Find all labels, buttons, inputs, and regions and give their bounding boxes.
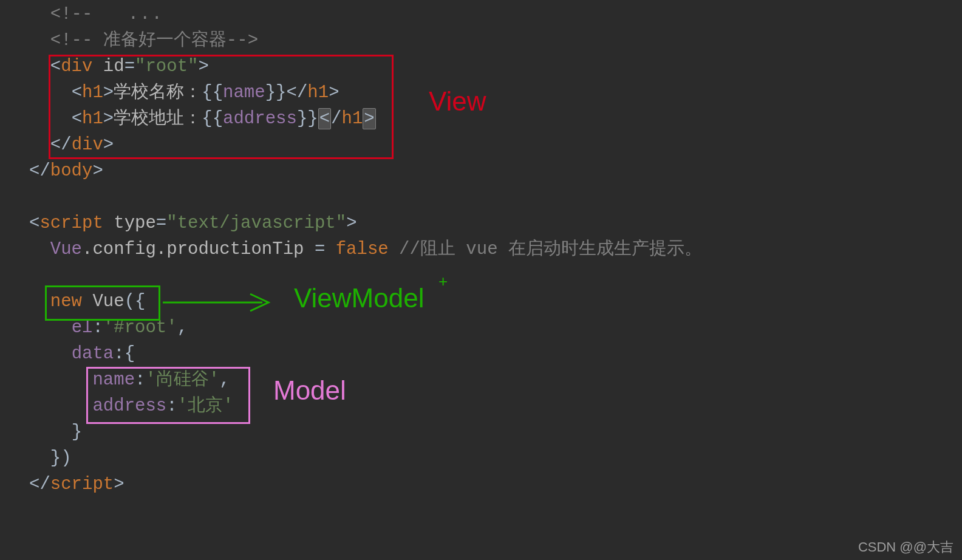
label-model: Model	[273, 375, 346, 406]
viewmodel-box	[45, 285, 160, 321]
label-viewmodel: ViewModel	[294, 283, 424, 313]
code-line-1: <!-- ...	[0, 1, 881, 27]
code-line-10: Vue.config.productionTip = false //阻止 vu…	[0, 236, 881, 262]
editor-stage: <!-- ... <!-- 准备好一个容器--> <div id="root">…	[0, 0, 962, 560]
code-line-9: <script type="text/javascript">	[0, 210, 881, 236]
code-line-8	[0, 184, 881, 210]
view-box	[49, 55, 394, 159]
code-line-19: </script>	[0, 471, 881, 497]
code-line-7: </body>	[0, 158, 881, 184]
code-line-14: data:{	[0, 341, 881, 367]
code-line-2: <!-- 准备好一个容器-->	[0, 27, 881, 53]
code-line-18: })	[0, 445, 881, 471]
watermark: CSDN @@大吉	[858, 538, 953, 556]
plus-symbol: +	[438, 272, 448, 291]
label-view: View	[429, 86, 486, 117]
model-box	[86, 367, 250, 424]
arrow-icon	[159, 285, 287, 319]
